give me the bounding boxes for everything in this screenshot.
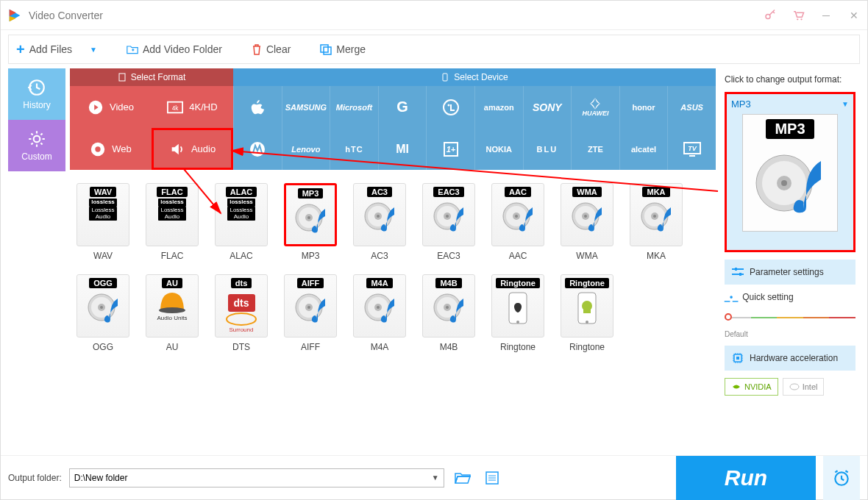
parameter-settings-button[interactable]: Parameter settings [725,260,855,285]
format-mka[interactable]: MKAMKA [627,183,685,261]
open-folder-button[interactable] [452,468,474,488]
slider-default-label: Default [725,330,855,338]
brand-honor[interactable]: honor [619,86,668,128]
add-folder-button[interactable]: Add Video Folder [127,43,222,55]
format-dts[interactable]: dtsdtsSurroundDTS [213,274,270,352]
run-button[interactable]: Run [676,456,816,500]
clear-button[interactable]: Clear [252,43,291,55]
brand-blu[interactable]: BLU [523,128,572,170]
merge-icon [320,43,332,55]
format-ringtone[interactable]: RingtoneRingtone [489,274,547,352]
category-web[interactable]: Web [70,128,152,170]
titlebar: Video Converter ─ ✕ [1,1,867,30]
format-aac[interactable]: AACAAC [489,183,547,261]
format-wav[interactable]: WAVlosslessLosslessAudioWAV [74,183,132,261]
category-4khd[interactable]: 4k 4K/HD [152,86,233,128]
speaker-icon [169,141,185,157]
svg-point-37 [446,215,449,218]
schedule-button[interactable] [823,456,860,500]
svg-point-63 [377,306,380,309]
brand-microsoft[interactable]: Microsoft [330,86,378,128]
brand-zte[interactable]: ZTE [571,128,619,170]
chrome-icon [90,141,106,157]
app-logo-icon [7,7,23,24]
quick-icon: ⎯•⎯ [725,292,738,302]
brand-nokia[interactable]: NOKIA [474,128,523,170]
format-alac[interactable]: ALAClosslessLosslessAudioALAC [213,183,270,261]
sidebar-custom[interactable]: Custom [8,120,65,171]
format-grid: WAVlosslessLosslessAudioWAVFLAClosslessL… [70,170,716,455]
svg-point-67 [446,306,449,309]
merge-button[interactable]: Merge [320,43,366,55]
svg-point-69 [516,321,519,324]
minimize-button[interactable]: ─ [819,8,833,23]
brand-google[interactable]: G [378,86,427,128]
brand-htc[interactable]: hTC [330,128,378,170]
gear-icon [27,129,46,149]
format-ogg[interactable]: OGGOGG [74,274,132,352]
brand-sony[interactable]: SONY [523,86,572,128]
brand-alcatel[interactable]: alcatel [619,128,668,170]
disc-note-icon [753,139,827,220]
brand-xiaomi[interactable]: MI [378,128,427,170]
hardware-accel-button[interactable]: Hardware acceleration [725,346,855,371]
chevron-down-icon[interactable]: ▼ [842,100,849,108]
cart-icon[interactable] [791,8,805,23]
category-audio[interactable]: Audio [152,128,233,170]
brand-oneplus[interactable]: 1+ [426,128,474,170]
format-eac3[interactable]: EAC3EAC3 [420,183,477,261]
add-files-button[interactable]: + Add Files ▼ [16,41,97,58]
brand-lg[interactable] [426,86,474,128]
output-big-code: MP3 [766,119,814,139]
svg-rect-80 [735,268,737,271]
task-list-button[interactable] [481,468,503,488]
svg-point-53 [100,306,103,309]
format-m4b[interactable]: M4BM4B [420,274,477,352]
bottom-bar: Output folder: D:\New folder ▼ Run [1,455,867,499]
nvidia-icon [731,382,741,392]
output-folder-input[interactable]: D:\New folder ▼ [69,468,444,488]
chip-icon [732,352,744,364]
brand-samsung[interactable]: SAMSUNG [282,86,330,128]
svg-rect-72 [583,306,591,313]
format-mp3[interactable]: MP3MP3 [282,183,339,261]
app-title: Video Converter [29,10,763,21]
output-format-box[interactable]: MP3 ▼ MP3 [725,92,855,252]
hardware-accel-label: Hardware acceleration [750,353,838,363]
chevron-down-icon[interactable]: ▼ [90,46,97,54]
gpu-intel[interactable]: Intel [783,378,825,396]
format-wma[interactable]: WMAWMA [558,183,616,261]
brand-tv[interactable]: TV [667,128,716,170]
brand-motorola[interactable] [233,128,282,170]
sliders-icon [732,267,744,277]
brand-huawei[interactable]: HUAWEI [571,86,619,128]
svg-rect-83 [736,357,739,360]
select-format-header: Select Format [70,68,233,86]
quality-slider[interactable] [725,312,855,323]
close-button[interactable]: ✕ [847,8,861,23]
format-ac3[interactable]: AC3AC3 [351,183,408,261]
format-ringtone[interactable]: RingtoneRingtone [558,274,616,352]
doc-icon [118,73,127,82]
brand-lenovo[interactable]: Lenovo [282,128,330,170]
svg-point-73 [586,321,588,324]
gpu-nvidia[interactable]: NVIDIA [725,378,778,396]
format-aiff[interactable]: AIFFAIFF [282,274,339,352]
folder-plus-icon [127,44,138,54]
category-video[interactable]: Video [70,86,152,128]
sidebar-custom-label: Custom [21,151,51,162]
format-au[interactable]: AUAudio UnitsAU [143,274,201,352]
brand-apple[interactable] [233,86,282,128]
svg-rect-81 [739,273,741,276]
format-flac[interactable]: FLAClosslessLosslessAudioFLAC [143,183,201,261]
brand-amazon[interactable]: amazon [474,86,523,128]
brand-asus[interactable]: ASUS [667,86,716,128]
sidebar-history[interactable]: History [8,68,65,120]
format-m4a[interactable]: M4AM4A [351,274,408,352]
key-icon[interactable] [763,8,778,23]
quick-setting-label: Quick setting [742,292,793,302]
chevron-down-icon[interactable]: ▼ [432,474,439,482]
play-circle-icon [88,99,104,115]
svg-text:4k: 4k [172,104,179,111]
sidebar-history-label: History [23,100,50,110]
